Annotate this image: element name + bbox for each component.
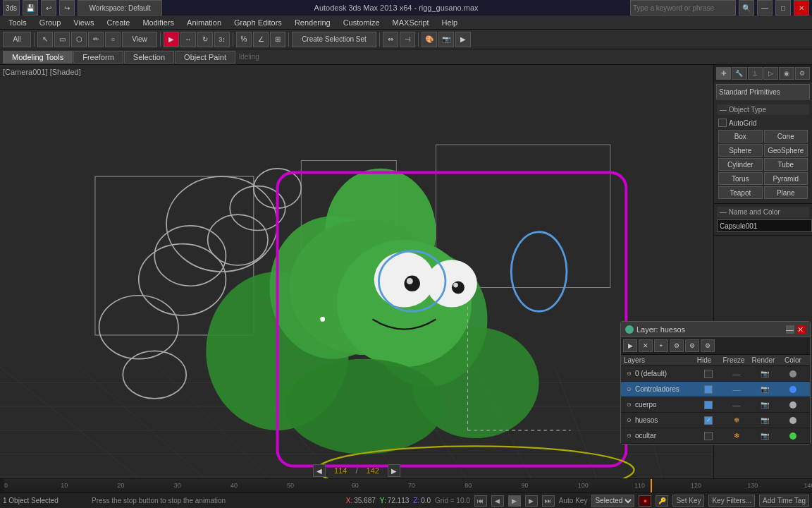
viewport-dropdown[interactable]: View <box>122 32 157 47</box>
layer-color-huesos[interactable] <box>779 417 807 424</box>
layer-color-default[interactable] <box>779 370 807 377</box>
hide-check-huesos[interactable]: ✓ <box>704 416 713 425</box>
btn-cylinder[interactable]: Cylinder <box>718 158 763 171</box>
menu-animation[interactable]: Animation <box>181 17 227 28</box>
percent-snap-btn[interactable]: % <box>236 32 252 47</box>
next-frame-btn[interactable]: ▶ <box>525 495 538 507</box>
timeline-prev-btn[interactable]: ◀ <box>313 464 326 477</box>
btn-pyramid[interactable]: Pyramid <box>764 172 808 185</box>
layers-tb-settings3-btn[interactable]: ⚙ <box>701 339 715 352</box>
panel-tab-display[interactable]: ◉ <box>779 67 794 80</box>
btn-tube[interactable]: Tube <box>764 158 808 171</box>
menu-views[interactable]: Views <box>68 17 99 28</box>
layer-color-controladores[interactable] <box>779 386 807 393</box>
create-selection-btn[interactable]: Create Selection Set <box>292 32 376 47</box>
key-filters-btn[interactable]: Key Filters... <box>708 495 755 507</box>
workspace-dropdown[interactable]: Workspace: Default <box>78 0 162 16</box>
scale-uniform-btn[interactable]: 3↕ <box>214 32 230 47</box>
hide-check-ocultar[interactable] <box>704 432 713 440</box>
select-fence-btn[interactable]: ⬡ <box>71 32 87 47</box>
select-btn[interactable]: ▶ <box>164 32 179 47</box>
layer-row-huesos[interactable]: ⊙ huesos ✓ ❄ 📷 <box>621 413 810 428</box>
menu-group[interactable]: Group <box>34 17 67 28</box>
btn-geosphere[interactable]: GeoSphere <box>764 144 808 157</box>
name-section-toggle[interactable]: — <box>720 208 727 216</box>
minimize-btn[interactable]: — <box>757 0 773 16</box>
btn-torus[interactable]: Torus <box>718 172 763 185</box>
layers-minimize-btn[interactable]: — <box>786 325 794 334</box>
angle-snap-btn[interactable]: ∠ <box>253 32 269 47</box>
play-btn[interactable]: ▶ <box>508 495 521 507</box>
layer-row-cuerpo[interactable]: ⊙ cuerpo — 📷 <box>621 397 810 413</box>
layers-tb-models-btn[interactable]: ▶ <box>623 339 637 352</box>
btn-plane[interactable]: Plane <box>764 186 808 199</box>
layer-render-huesos[interactable]: 📷 <box>751 416 779 424</box>
layers-tb-settings1-btn[interactable]: ⚙ <box>670 339 684 352</box>
panel-tab-utilities[interactable]: ⚙ <box>795 67 810 80</box>
tab-object-paint[interactable]: Object Paint <box>175 51 235 64</box>
menu-create[interactable]: Create <box>101 17 135 28</box>
layer-freeze-huesos[interactable]: ❄ <box>722 416 751 424</box>
object-name-input[interactable] <box>717 219 812 232</box>
layer-render-controladores[interactable]: 📷 <box>751 385 779 393</box>
menu-tools[interactable]: Tools <box>3 17 32 28</box>
layer-render-cuerpo[interactable]: 📷 <box>751 401 779 409</box>
hide-check-default[interactable] <box>704 370 713 378</box>
snap-btn[interactable]: ⊞ <box>270 32 285 47</box>
goto-end-btn[interactable]: ⏭ <box>542 495 555 507</box>
btn-cone[interactable]: Cone <box>764 130 808 143</box>
timeline-next-btn[interactable]: ▶ <box>388 464 400 477</box>
layer-row-controladores[interactable]: ⊙ Controladores — 📷 <box>621 382 810 397</box>
render-scene-btn[interactable]: 📷 <box>438 32 454 47</box>
autogrid-checkbox[interactable] <box>718 119 727 127</box>
layer-freeze-ocultar[interactable]: ❄ <box>722 432 751 440</box>
align-btn[interactable]: ⊣ <box>400 32 415 47</box>
viewport[interactable]: [Camera001] [Shaded] <box>0 65 713 478</box>
layer-hide-huesos[interactable]: ✓ <box>694 416 722 425</box>
selection-filter-dropdown[interactable]: All <box>3 32 31 47</box>
timeline-cursor[interactable] <box>651 479 652 492</box>
layer-hide-default[interactable] <box>694 370 722 378</box>
menu-maxscript[interactable]: MAXScript <box>387 17 435 28</box>
menu-help[interactable]: Help <box>436 17 464 28</box>
autokey-mode-select[interactable]: Selected All <box>591 495 634 507</box>
select-paint-btn[interactable]: ○ <box>105 32 121 47</box>
layer-row-ocultar[interactable]: ⊙ ocultar ❄ 📷 <box>621 428 810 444</box>
layer-render-default[interactable]: 📷 <box>751 370 779 377</box>
set-key-label[interactable]: Set Key <box>672 495 704 507</box>
section-toggle[interactable]: — <box>720 106 727 114</box>
menu-grapheditors[interactable]: Graph Editors <box>228 17 288 28</box>
set-key-btn[interactable]: 🔑 <box>656 495 668 507</box>
menu-rendering[interactable]: Rendering <box>289 17 336 28</box>
move-btn[interactable]: ↔ <box>180 32 196 47</box>
select-obj-btn[interactable]: ↖ <box>37 32 53 47</box>
layers-tb-add-btn[interactable]: + <box>654 339 668 352</box>
quick-access[interactable]: 💾 <box>23 0 38 16</box>
panel-tab-hierarchy[interactable]: ⊥ <box>748 67 763 80</box>
layer-render-ocultar[interactable]: 📷 <box>751 432 779 440</box>
goto-start-btn[interactable]: ⏮ <box>474 495 487 507</box>
quick-render-btn[interactable]: ▶ <box>455 32 471 47</box>
menu-modifiers[interactable]: Modifiers <box>137 17 180 28</box>
prev-frame-btn[interactable]: ◀ <box>491 495 504 507</box>
layers-header[interactable]: Layer: huesos — ✕ <box>621 322 810 337</box>
close-btn[interactable]: ✕ <box>794 0 809 16</box>
layer-row-default[interactable]: ⊙ 0 (default) — 📷 <box>621 366 810 382</box>
search-btn[interactable]: 🔍 <box>739 0 754 16</box>
material-editor-btn[interactable]: 🎨 <box>422 32 437 47</box>
layers-tb-delete-btn[interactable]: ✕ <box>639 339 653 352</box>
layer-hide-ocultar[interactable] <box>694 432 722 440</box>
maximize-btn[interactable]: □ <box>775 0 791 16</box>
panel-tab-motion[interactable]: ▷ <box>763 67 778 80</box>
layer-hide-cuerpo[interactable] <box>694 401 722 409</box>
layer-freeze-default[interactable]: — <box>722 370 751 378</box>
rotate-btn[interactable]: ↻ <box>197 32 213 47</box>
mirror-btn[interactable]: ⇔ <box>383 32 398 47</box>
btn-teapot[interactable]: Teapot <box>718 186 763 199</box>
tab-selection[interactable]: Selection <box>124 51 174 64</box>
add-time-tag-btn[interactable]: Add Time Tag <box>759 495 809 507</box>
layer-color-ocultar[interactable] <box>779 433 807 440</box>
layers-tb-settings2-btn[interactable]: ⚙ <box>685 339 699 352</box>
layer-color-cuerpo[interactable] <box>779 401 807 409</box>
btn-sphere[interactable]: Sphere <box>718 144 763 157</box>
